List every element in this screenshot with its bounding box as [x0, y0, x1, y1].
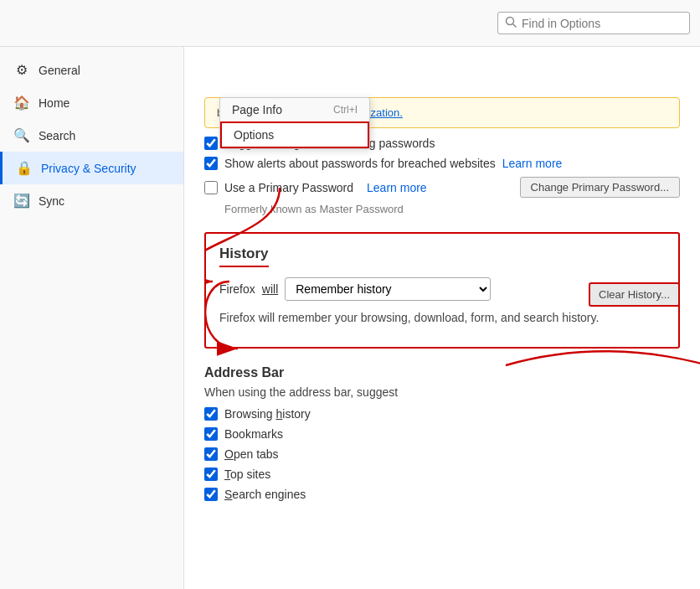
primary-pw-checkbox[interactable] [204, 181, 218, 194]
search-engines-row: Search engines [204, 488, 680, 501]
alerts-pw-label: Show alerts about passwords for breached… [224, 157, 496, 170]
browsing-history-checkbox[interactable] [204, 407, 218, 421]
bookmarks-row: Bookmarks [204, 427, 680, 441]
dropdown-pageinfo-label: Page Info [232, 103, 282, 116]
firefox-will-underline: will [262, 282, 278, 296]
address-bar-section: Address Bar When using the address bar, … [204, 365, 680, 501]
clear-history-button[interactable]: Clear History... [589, 282, 680, 307]
sidebar-item-search[interactable]: 🔍 Search [0, 119, 183, 152]
svg-line-1 [513, 24, 517, 28]
content-area: Page Info Ctrl+I Options being managed b… [184, 47, 700, 589]
sidebar-label-search: Search [39, 129, 75, 142]
sidebar-label-home: Home [39, 96, 69, 110]
top-sites-checkbox[interactable] [204, 468, 218, 481]
formerly-text: Formerly known as Master Password [224, 203, 680, 215]
dropdown-options-label: Options [234, 128, 274, 142]
history-dropdown[interactable]: Remember history Never remember history … [285, 277, 491, 301]
dropdown-item-pageinfo[interactable]: Page Info Ctrl+I [220, 98, 369, 121]
top-sites-label: Top sites [224, 468, 270, 481]
alerts-pw-checkbox[interactable] [204, 157, 218, 170]
history-section: History Firefox will Remember history Ne… [204, 232, 680, 349]
alerts-learn-more-link[interactable]: Learn more [502, 157, 563, 170]
sidebar-label-privacy: Privacy & Security [41, 162, 136, 175]
address-bar-title: Address Bar [204, 365, 680, 380]
bookmarks-checkbox[interactable] [204, 427, 218, 441]
sidebar-label-general: General [39, 64, 80, 77]
top-bar [0, 0, 700, 47]
sidebar-item-sync[interactable]: 🔄 Sync [0, 184, 183, 217]
browsing-history-row: Browsing history [204, 407, 680, 421]
history-description: Firefox will remember your browsing, dow… [219, 309, 665, 327]
sidebar-item-privacy[interactable]: 🔒 Privacy & Security [0, 152, 183, 184]
search-box[interactable] [497, 12, 690, 34]
address-bar-subtitle: When using the address bar, suggest [204, 385, 680, 399]
open-tabs-row: Open tabs [204, 447, 680, 461]
sidebar: ⚙ General 🏠 Home 🔍 Search 🔒 Privacy & Se… [0, 47, 184, 589]
dropdown-item-options[interactable]: Options [220, 121, 369, 148]
home-icon: 🏠 [13, 95, 30, 111]
primary-pw-row: Use a Primary Password Learn more Change… [204, 177, 680, 198]
primary-pw-learn-more-link[interactable]: Learn more [367, 181, 427, 194]
search-engines-checkbox[interactable] [204, 488, 218, 501]
search-icon [505, 16, 517, 30]
open-tabs-checkbox[interactable] [204, 447, 218, 461]
privacy-icon: 🔒 [16, 160, 33, 176]
main-layout: ⚙ General 🏠 Home 🔍 Search 🔒 Privacy & Se… [0, 47, 700, 589]
sidebar-item-general[interactable]: ⚙ General [0, 54, 183, 86]
top-sites-row: Top sites [204, 468, 680, 481]
sidebar-item-home[interactable]: 🏠 Home [0, 86, 183, 119]
general-icon: ⚙ [13, 62, 30, 78]
search-engines-label: Search engines [224, 488, 306, 501]
dropdown-pageinfo-shortcut: Ctrl+I [333, 104, 358, 116]
suggest-pw-checkbox[interactable] [204, 137, 218, 150]
search-nav-icon: 🔍 [13, 127, 30, 143]
open-tabs-label: Open tabs [224, 447, 279, 461]
sidebar-label-sync: Sync [39, 194, 64, 208]
dropdown-popup: Page Info Ctrl+I Options [219, 97, 370, 149]
sync-icon: 🔄 [13, 193, 30, 209]
content-wrapper: Page Info Ctrl+I Options being managed b… [204, 97, 680, 501]
history-title: History [219, 245, 269, 267]
alerts-pw-row: Show alerts about passwords for breached… [204, 157, 680, 170]
firefox-prefix: Firefox [219, 282, 255, 296]
primary-pw-label: Use a Primary Password [224, 181, 353, 194]
change-primary-pw-button[interactable]: Change Primary Password... [520, 177, 680, 198]
find-in-options-input[interactable] [522, 17, 682, 30]
browsing-history-label: Browsing history [224, 407, 311, 421]
app-container: ⚙ General 🏠 Home 🔍 Search 🔒 Privacy & Se… [0, 0, 700, 589]
bookmarks-label: Bookmarks [224, 427, 283, 441]
